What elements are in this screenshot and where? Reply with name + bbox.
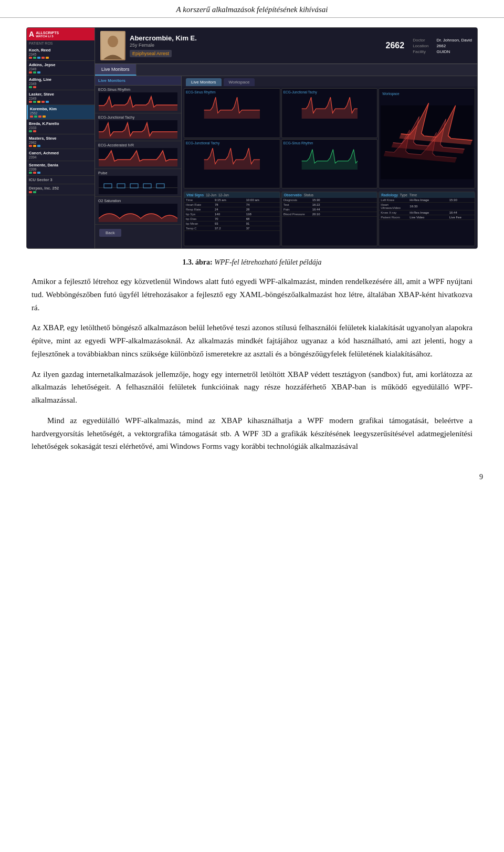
facility-value: GUIDN — [436, 49, 472, 54]
page-number: 9 — [479, 473, 483, 481]
sidebar-patient-koch[interactable]: Koch, Reed 2345 — [27, 46, 94, 61]
sidebar-patient-masters[interactable]: Masters, Steve 2982 — [27, 134, 94, 149]
sidebar-icu[interactable]: ICU Sector 3 — [27, 176, 94, 184]
sidebar-patient-semente[interactable]: Semente, Dania 2399 — [27, 161, 94, 176]
table-row: Knee X-rayHi-Res Image16:44 — [379, 211, 475, 215]
left-sidebar: A ALLSCRIPTS WATCH LI 3 PATIENT ROS Koch… — [27, 28, 95, 248]
facility-label: Facility — [413, 49, 428, 54]
patient-id-area: 2662 — [386, 41, 405, 50]
d5 — [46, 101, 49, 103]
ecg-mini-junctional — [98, 120, 178, 139]
doctor-label: Doctor — [413, 38, 428, 43]
monitor-cell-4: ECG-Junctional Tachy — [184, 139, 280, 189]
monitor-cell-5: ECG-Sinus Rhythm — [281, 139, 378, 189]
table-row: bp Dias7068 — [184, 217, 280, 222]
figure-caption-text: WPF-fel létrehozható felület példája — [214, 258, 321, 266]
patient-details: Abercrombie, Kim E. 25y Female Epiphysea… — [130, 34, 382, 57]
ecg-grid-2 — [284, 95, 376, 119]
dc2 — [33, 172, 36, 174]
table-row: Patient RoomLive VideoLive Fee — [379, 215, 475, 220]
dot-r2 — [33, 86, 36, 88]
bottom-panels: Vital Signs 12-Jun 12-Jun Time9:15 am10:… — [182, 191, 477, 248]
monitor-pulse: Pulse — [95, 169, 181, 197]
sidebar-patient-cancri[interactable]: Cancri, Achmed 2394 — [27, 149, 94, 161]
dc1 — [29, 172, 32, 174]
alert-dots-5 — [30, 115, 92, 118]
patient-photo — [100, 31, 125, 60]
dot-g2 — [29, 86, 32, 88]
d3 — [37, 101, 40, 103]
table-row: Heart UltrasouVideo16:33 — [379, 203, 475, 211]
vital-signs-table: Time9:15 am10:00 am Heart Rate7874 Resp … — [184, 198, 280, 231]
dd2 — [33, 191, 36, 193]
patient-name: Abercrombie, Kim E. — [130, 34, 382, 42]
paragraph-3: Az ilyen gazdag internetalkalmazások jel… — [32, 368, 472, 407]
observation-panel: Observatio Status Diagnosis15:30 Test16:… — [281, 192, 378, 246]
d4 — [41, 101, 45, 103]
monitor-ecg-ivr: ECG-Accelerated IVR — [95, 141, 181, 169]
alert-dots-2 — [29, 71, 92, 73]
d8 — [38, 115, 41, 118]
sidebar-patient-adling[interactable]: Adling, Line 2349 — [27, 76, 94, 90]
dot-yellow — [46, 57, 49, 59]
table-row: Left KneeHi-Res Image15:30 — [379, 198, 475, 203]
tab-live-monitors[interactable]: Live Monitors — [95, 64, 136, 76]
monitors-grid: ECG-Sinus Rhythm ECG-Junctional Tachy — [182, 86, 477, 191]
alert-dots-8 — [29, 172, 92, 174]
table-row: Resp Rate2428 — [184, 207, 280, 212]
svg-point-1 — [108, 36, 118, 47]
ecg-grid-4 — [186, 146, 278, 170]
sidebar-patient-breda[interactable]: Breda, K.Farello 2333 — [27, 120, 94, 134]
dot-red2 — [41, 57, 45, 59]
observation-table: Diagnosis15:30 Test16:22 Pain16:44 Blood… — [282, 198, 377, 217]
dc3 — [37, 172, 40, 174]
view-tabs: Live Monitors Workspace — [182, 76, 477, 86]
radiology-panel: Radiology Type Time Left KneeHi-Res Imag… — [379, 192, 475, 246]
d1 — [29, 101, 32, 103]
dd1 — [29, 191, 32, 193]
table-row: Temp C37.237 — [184, 226, 280, 231]
paragraph-2: Az XBAP, egy letölthető böngésző alkalma… — [32, 321, 472, 360]
sidebar-patient-koremba[interactable]: Koremba, Kim 2562 — [27, 105, 94, 120]
patient-id: 2662 — [386, 41, 405, 50]
back-btn-container: Back — [95, 225, 181, 241]
table-row: Heart Rate7874 — [184, 203, 280, 207]
dot-red — [29, 57, 32, 59]
monitor-cell-1: ECG-Sinus Rhythm — [184, 88, 280, 138]
monitor-cell-3d: Workspace — [379, 88, 475, 188]
table-row: bp Sys140138 — [184, 212, 280, 217]
logo-text: ALLSCRIPTS WATCH LI 3 — [36, 31, 59, 38]
table-row: bp Mean9391 — [184, 222, 280, 226]
table-row: Time9:15 am10:00 am — [184, 198, 280, 203]
paragraph-4: Mind az egyedülálló WPF-alkalmazás, mind… — [32, 414, 472, 453]
patient-photo-svg — [101, 32, 124, 59]
back-button[interactable]: Back — [99, 229, 121, 237]
monitor-o2: O2 Saturation — [95, 197, 181, 225]
da1 — [29, 130, 32, 132]
patient-age: 25y Female — [130, 43, 382, 48]
view-tab-live-monitors[interactable]: Live Monitors — [186, 78, 222, 86]
observation-header: Observatio Status — [282, 192, 377, 198]
dot-green — [33, 57, 36, 59]
panels-area: Live Monitors ECG-Sinus Rhythm ECG — [95, 76, 477, 248]
sidebar-patient-adkins[interactable]: Adkins, Jepse 2349 — [27, 61, 94, 76]
tabs-bar: Live Monitors — [95, 64, 477, 76]
d7 — [34, 115, 37, 118]
monitors-list-header: Live Monitors — [95, 76, 181, 86]
figure-caption: 1.3. ábra: WPF-fel létrehozható felület … — [21, 258, 483, 267]
workspace-svg — [381, 98, 473, 186]
db2 — [33, 145, 36, 147]
medical-app: A ALLSCRIPTS WATCH LI 3 PATIENT ROS Koch… — [27, 28, 477, 248]
db1 — [29, 145, 32, 147]
paragraph-1: Amikor a fejlesztő létrehoz egy közvetle… — [32, 275, 472, 314]
page-footer: 9 — [0, 460, 504, 487]
d9 — [43, 115, 46, 118]
sidebar-derpas[interactable]: Derpas, Inc. 252 — [27, 184, 94, 195]
view-tab-workspace[interactable]: Workspace — [224, 78, 255, 86]
vital-signs-panel: Vital Signs 12-Jun 12-Jun Time9:15 am10:… — [184, 192, 280, 246]
patient-list-label: PATIENT ROS — [27, 40, 94, 46]
da2 — [33, 130, 36, 132]
logo-letter: A — [29, 30, 34, 38]
sidebar-patient-lasker[interactable]: Lasker, Steve 2349 — [27, 90, 94, 105]
monitor-cell-2: ECG-Junctional Tachy — [281, 88, 378, 138]
